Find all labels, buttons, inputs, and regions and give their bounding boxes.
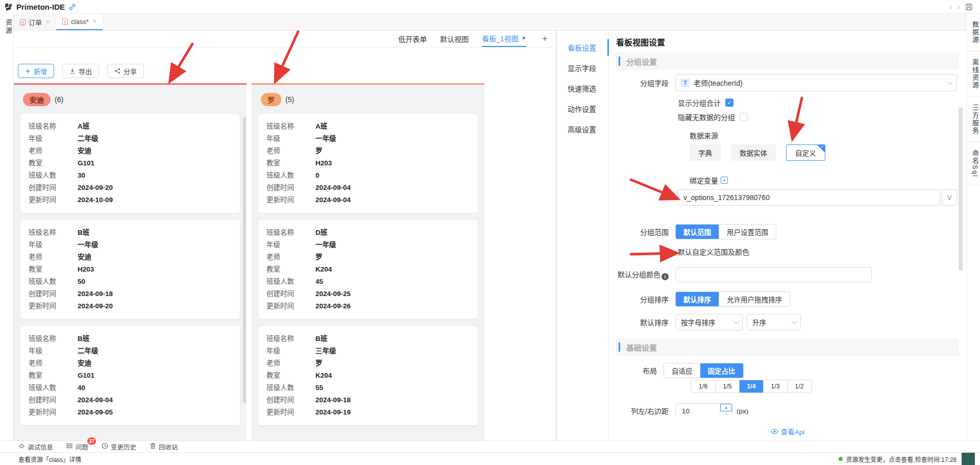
sort-drag-button[interactable]: 允许用户拖拽排序 — [719, 292, 790, 306]
settings-tab-2[interactable]: 快速筛选 — [555, 78, 608, 99]
custom-scope-link[interactable]: 默认自定义范围及颜色 — [678, 247, 966, 257]
datasource-dict-button[interactable]: 字典 — [690, 144, 721, 161]
settings-tab-4[interactable]: 高级设置 — [555, 119, 608, 139]
document-icon — [20, 19, 26, 26]
field-label: 老师 — [29, 145, 78, 157]
settings-tab-0[interactable]: 看板设置 — [555, 37, 608, 58]
layout-adaptive-button[interactable]: 自适应 — [664, 363, 700, 378]
status-green-dot-icon — [839, 457, 843, 461]
column-margin-row: 列左/右边距 10 ▲ ▼ (px) — [609, 403, 966, 414]
kanban-card[interactable]: 班级名称D班年级一年级老师罗教室K204班级人数45创建时间2024-09-25… — [258, 219, 478, 320]
bind-var-input[interactable] — [678, 189, 940, 206]
section-tick — [619, 57, 620, 66]
caret-down-icon[interactable]: ▼ — [522, 36, 526, 41]
datasource-custom-button[interactable]: 自定义✓ — [786, 144, 825, 161]
show-group-total-label: 显示分组合计 — [678, 97, 721, 108]
field-value: A班 — [78, 120, 89, 133]
column-scrollbar[interactable] — [243, 117, 246, 403]
card-field-row: 创建时间2024-09-18 — [266, 394, 470, 406]
status-right[interactable]: 资源发生变更，点击查看,检查时间:17:28 — [839, 453, 980, 465]
card-field-row: 老师罗 — [266, 357, 470, 370]
sort-by-select[interactable]: 按字母排序 — [675, 314, 743, 330]
show-group-total-checkbox[interactable]: ✓ — [725, 99, 733, 107]
sidebar-item-resources[interactable]: 资源 — [0, 19, 13, 35]
card-field-row: 创建时间2024-09-20 — [29, 182, 232, 194]
share-button[interactable]: 分享 — [107, 64, 144, 78]
right-rail-item-3[interactable]: 命名Sql — [967, 142, 980, 185]
right-rail-item-1[interactable]: 离线资源 — [967, 52, 980, 97]
kanban-card[interactable]: 班级名称A班年级二年级老师安迪教室G101班级人数30创建时间2024-09-2… — [20, 113, 240, 213]
kanban-card[interactable]: 班级名称B班年级三年级老师罗教室K204班级人数55创建时间2024-09-18… — [258, 326, 478, 426]
datasource-options: 字典 数据实体 自定义✓ — [690, 144, 966, 161]
field-value: 2024-09-19 — [315, 406, 351, 419]
card-field-row: 年级一年级 — [266, 133, 470, 145]
bottom-toolbar: 调试信息问题37变更历史回收站 — [0, 440, 980, 452]
view-api-link[interactable]: 查看Api — [609, 426, 966, 436]
kanban-column-1: 罗(5)班级名称A班年级一年级老师罗教室H203班级人数0创建时间2024-09… — [252, 83, 484, 440]
scope-default-button[interactable]: 默认范围 — [676, 225, 719, 239]
field-value: 40 — [78, 382, 85, 394]
sort-default-button[interactable]: 默认排序 — [676, 292, 719, 306]
stepper-up-icon[interactable]: ▲ — [720, 404, 732, 411]
sort-dir-select[interactable]: 升序 — [747, 314, 801, 330]
field-label: 更新时间 — [29, 406, 78, 419]
panel-scrollbar[interactable] — [959, 107, 963, 271]
editor-tab-1[interactable]: class*× — [56, 14, 103, 30]
corner-widget[interactable] — [962, 453, 975, 465]
editor-tab-0[interactable]: 订单× — [14, 14, 56, 30]
text-field-type-icon: T — [681, 79, 690, 87]
nav-forward-icon[interactable]: › — [957, 3, 960, 11]
layout-fixed-button[interactable]: 固定占比 — [700, 363, 743, 378]
bottom-bar-label: 调试信息 — [28, 442, 53, 452]
card-field-row: 班级人数30 — [29, 169, 232, 182]
export-button[interactable]: 导出 — [62, 64, 99, 78]
fraction-1-6-button[interactable]: 1/6 — [691, 380, 715, 393]
bottom-bar-item-1[interactable]: 问题37 — [66, 441, 88, 452]
field-label: 创建时间 — [29, 288, 78, 300]
close-icon[interactable]: × — [46, 18, 50, 26]
add-view-button[interactable]: + — [540, 31, 550, 47]
view-tab-1[interactable]: 默认视图 — [440, 31, 469, 47]
status-right-text: 资源发生变更，点击查看,检查时间:17:28 — [846, 455, 957, 463]
default-color-input[interactable] — [675, 267, 872, 282]
add-button[interactable]: 新增 — [18, 64, 54, 78]
nav-back-icon[interactable]: ‹ — [949, 3, 952, 11]
fraction-1-2-button[interactable]: 1/2 — [787, 380, 811, 393]
issues-icon — [66, 443, 73, 451]
card-field-row: 更新时间2024-09-04 — [266, 194, 470, 206]
card-field-row: 班级名称B班 — [266, 333, 470, 345]
variable-suffix-button[interactable]: V — [942, 189, 957, 206]
bottom-bar-item-0[interactable]: 调试信息 — [18, 441, 53, 452]
card-field-row: 教室K204 — [266, 370, 470, 382]
fraction-1-4-button[interactable]: 1/4 — [739, 380, 763, 393]
settings-tab-1[interactable]: 显示字段 — [555, 58, 608, 78]
fraction-1-3-button[interactable]: 1/3 — [763, 380, 787, 393]
scope-user-button[interactable]: 用户设置范围 — [719, 225, 776, 239]
column-margin-stepper[interactable]: 10 ▲ ▼ — [675, 403, 732, 414]
close-icon[interactable]: × — [93, 18, 96, 25]
kanban-card[interactable]: 班级名称B班年级一年级老师安迪教室H203班级人数50创建时间2024-09-1… — [20, 219, 240, 320]
datasource-entity-button[interactable]: 数据实体 — [731, 144, 776, 161]
settings-tab-3[interactable]: 动作设置 — [555, 99, 608, 119]
hide-empty-group-checkbox[interactable] — [740, 113, 748, 121]
scope-row: 分组范围 默认范围 用户设置范围 — [609, 224, 966, 239]
link-icon[interactable] — [68, 3, 76, 11]
bottom-bar-item-2[interactable]: 变更历史 — [102, 441, 136, 452]
bottom-bar-item-3[interactable]: 回收站 — [150, 441, 178, 452]
issue-count-badge: 37 — [87, 437, 96, 445]
stepper-down-icon[interactable]: ▼ — [720, 411, 732, 414]
card-field-row: 老师罗 — [266, 251, 470, 263]
right-rail-item-2[interactable]: 三方服务 — [967, 97, 980, 142]
save-icon[interactable] — [965, 3, 973, 11]
add-variable-icon[interactable]: + — [721, 177, 728, 184]
column-margin-label: 列左/右边距 — [609, 406, 675, 414]
right-rail-item-0[interactable]: 数据源 — [967, 14, 980, 52]
panel-title: 看板视图设置 — [609, 31, 966, 48]
view-tab-2[interactable]: 看板_1视图▼ — [482, 31, 526, 47]
group-field-select[interactable]: T 老师(teacherId) — [675, 74, 957, 91]
view-tab-0[interactable]: 低开表单 — [398, 31, 427, 47]
kanban-card[interactable]: 班级名称A班年级一年级老师罗教室H203班级人数0创建时间2024-09-04更… — [258, 113, 478, 213]
fraction-1-5-button[interactable]: 1/5 — [715, 380, 739, 393]
kanban-card[interactable]: 班级名称B班年级二年级老师安迪教室G101班级人数40创建时间2024-09-0… — [20, 326, 240, 426]
field-label: 老师 — [266, 145, 315, 157]
